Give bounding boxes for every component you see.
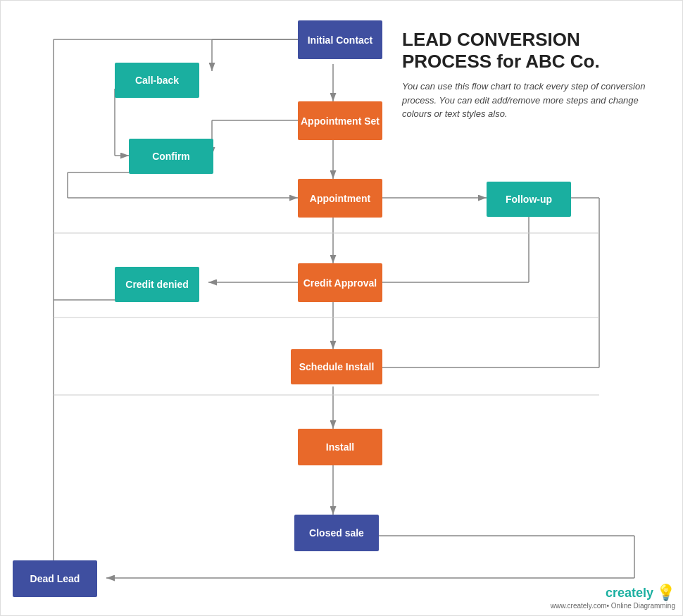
bulb-icon: 💡: [656, 584, 675, 602]
dead-lead-node[interactable]: Dead Lead: [13, 560, 97, 597]
install-node[interactable]: Install: [298, 429, 382, 465]
canvas: LEAD CONVERSION PROCESS for ABC Co. You …: [0, 0, 683, 616]
follow-up-node[interactable]: Follow-up: [487, 182, 571, 217]
title-heading: LEAD CONVERSION PROCESS for ABC Co.: [402, 29, 670, 73]
footer: creately 💡 www.creately.com• Online Diag…: [551, 584, 675, 610]
appointment-set-node[interactable]: Appointment Set: [298, 101, 382, 140]
title-box: LEAD CONVERSION PROCESS for ABC Co. You …: [402, 29, 670, 121]
brand-logo: creately: [606, 586, 653, 601]
call-back-node[interactable]: Call-back: [115, 63, 199, 98]
appointment-node[interactable]: Appointment: [298, 179, 382, 218]
footer-url: www.creately.com• Online Diagramming: [551, 602, 675, 610]
credit-denied-node[interactable]: Credit denied: [115, 267, 199, 302]
initial-contact-node[interactable]: Initial Contact: [298, 20, 382, 59]
credit-approval-node[interactable]: Credit Approval: [298, 263, 382, 302]
closed-sale-node[interactable]: Closed sale: [294, 515, 379, 551]
confirm-node[interactable]: Confirm: [129, 139, 213, 174]
subtitle-text: You can use this flow chart to track eve…: [402, 80, 670, 121]
schedule-install-node[interactable]: Schedule Install: [291, 349, 382, 384]
